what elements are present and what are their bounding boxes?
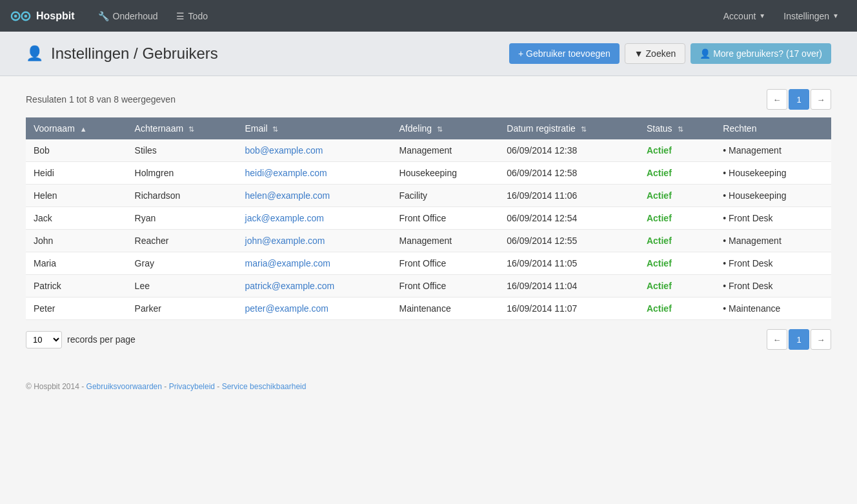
site-footer: © Hospbit 2014 - Gebruiksvoorwaarden - P… (0, 372, 857, 401)
cell-afdeling: Front Office (392, 252, 499, 275)
cell-rechten: • Front Desk (715, 275, 831, 297)
cell-rechten: • Front Desk (715, 252, 831, 275)
cell-afdeling: Management (392, 230, 499, 252)
cell-voornaam: Heidi (26, 162, 127, 185)
cell-datum: 06/09/2014 12:54 (499, 207, 639, 230)
content: Resulaten 1 tot 8 van 8 weergegeven ← 1 … (0, 76, 857, 372)
cell-voornaam: Bob (26, 139, 127, 162)
col-email[interactable]: Email ⇅ (237, 117, 392, 139)
nav-right: Account ▼ Instellingen ▼ (716, 7, 847, 25)
records-control: 102550100 records per page (26, 331, 136, 348)
table-header: Voornaam ▲ Achternaam ⇅ Email ⇅ Afdeling… (26, 117, 831, 139)
cell-status: Actief (639, 297, 715, 320)
cell-achternaam: Lee (127, 275, 237, 297)
cell-email[interactable]: patrick@example.com (237, 275, 392, 297)
table-row[interactable]: John Reacher john@example.com Management… (26, 230, 831, 252)
cell-datum: 16/09/2014 11:04 (499, 275, 639, 297)
instellingen-dropdown[interactable]: Instellingen ▼ (776, 7, 847, 25)
brand[interactable]: Hospbit (10, 9, 75, 23)
search-button[interactable]: ▼ Zoeken (625, 43, 685, 64)
table-row[interactable]: Bob Stiles bob@example.com Management 06… (26, 139, 831, 162)
cell-voornaam: Helen (26, 185, 127, 207)
cell-voornaam: Peter (26, 297, 127, 320)
col-status[interactable]: Status ⇅ (639, 117, 715, 139)
nav-onderhoud[interactable]: 🔧 Onderhoud (90, 7, 166, 25)
footer-sep-2: - (215, 382, 222, 391)
cell-email[interactable]: helen@example.com (237, 185, 392, 207)
prev-page-button[interactable]: ← (767, 89, 787, 110)
table-row[interactable]: Patrick Lee patrick@example.com Front Of… (26, 275, 831, 297)
table-row[interactable]: Jack Ryan jack@example.com Front Office … (26, 207, 831, 230)
cell-achternaam: Parker (127, 297, 237, 320)
cell-datum: 16/09/2014 11:06 (499, 185, 639, 207)
col-voornaam[interactable]: Voornaam ▲ (26, 117, 127, 139)
svg-point-1 (14, 14, 17, 17)
cell-email[interactable]: heidi@example.com (237, 162, 392, 185)
table-row[interactable]: Heidi Holmgren heidi@example.com Houseke… (26, 162, 831, 185)
results-info: Resulaten 1 tot 8 van 8 weergegeven ← 1 … (26, 89, 831, 110)
cell-status: Actief (639, 162, 715, 185)
wrench-icon: 🔧 (98, 11, 109, 21)
cell-rechten: • Housekeeping (715, 162, 831, 185)
cell-achternaam: Stiles (127, 139, 237, 162)
page-header: 👤 Instellingen / Gebruikers + Gebruiker … (0, 32, 857, 76)
cell-voornaam: Patrick (26, 275, 127, 297)
cell-afdeling: Facility (392, 185, 499, 207)
sort-asc-icon: ▲ (80, 125, 87, 133)
cell-status: Actief (639, 230, 715, 252)
cell-afdeling: Maintenance (392, 297, 499, 320)
nav-todo[interactable]: ☰ Todo (168, 7, 216, 25)
footer-link-gebruiksvoorwaarden[interactable]: Gebruiksvoorwaarden (86, 382, 162, 391)
cell-achternaam: Ryan (127, 207, 237, 230)
nav-links: 🔧 Onderhoud ☰ Todo (90, 7, 716, 25)
cell-email[interactable]: maria@example.com (237, 252, 392, 275)
instellingen-caret-icon: ▼ (832, 12, 839, 19)
cell-voornaam: Maria (26, 252, 127, 275)
svg-point-3 (25, 14, 28, 17)
next-page-button[interactable]: → (811, 89, 831, 110)
pagination-top: ← 1 → (767, 89, 831, 110)
cell-achternaam: Gray (127, 252, 237, 275)
col-datum[interactable]: Datum registratie ⇅ (499, 117, 639, 139)
footer-link-service[interactable]: Service beschikbaarheid (222, 382, 307, 391)
cell-email[interactable]: jack@example.com (237, 207, 392, 230)
cell-status: Actief (639, 275, 715, 297)
next-page-button-bottom[interactable]: → (811, 329, 831, 350)
cell-status: Actief (639, 185, 715, 207)
cell-datum: 16/09/2014 11:05 (499, 252, 639, 275)
page-title: 👤 Instellingen / Gebruikers (26, 45, 218, 63)
cell-email[interactable]: john@example.com (237, 230, 392, 252)
col-afdeling[interactable]: Afdeling ⇅ (392, 117, 499, 139)
table-row[interactable]: Helen Richardson helen@example.com Facil… (26, 185, 831, 207)
table-row[interactable]: Peter Parker peter@example.com Maintenan… (26, 297, 831, 320)
list-icon: ☰ (176, 11, 185, 21)
col-rechten: Rechten (715, 117, 831, 139)
table-footer: 102550100 records per page ← 1 → (26, 320, 831, 359)
more-users-button[interactable]: 👤 More gebruikers? (17 over) (691, 43, 831, 64)
cell-afdeling: Front Office (392, 207, 499, 230)
cell-status: Actief (639, 252, 715, 275)
footer-link-privacybeleid[interactable]: Privacybeleid (169, 382, 215, 391)
table-row[interactable]: Maria Gray maria@example.com Front Offic… (26, 252, 831, 275)
table-body: Bob Stiles bob@example.com Management 06… (26, 139, 831, 320)
cell-datum: 16/09/2014 11:07 (499, 297, 639, 320)
footer-sep-1: - (162, 382, 169, 391)
cell-rechten: • Front Desk (715, 207, 831, 230)
page-1-button[interactable]: 1 (789, 89, 809, 110)
cell-email[interactable]: bob@example.com (237, 139, 392, 162)
account-dropdown[interactable]: Account ▼ (716, 7, 774, 25)
cell-rechten: • Housekeeping (715, 185, 831, 207)
cell-achternaam: Richardson (127, 185, 237, 207)
table-header-row: Voornaam ▲ Achternaam ⇅ Email ⇅ Afdeling… (26, 117, 831, 139)
cell-rechten: • Management (715, 230, 831, 252)
col-achternaam[interactable]: Achternaam ⇅ (127, 117, 237, 139)
records-per-page-select[interactable]: 102550100 (26, 331, 62, 348)
page-1-button-bottom[interactable]: 1 (789, 329, 809, 350)
brand-logo-icon (10, 9, 31, 23)
add-user-button[interactable]: + Gebruiker toevoegen (509, 43, 620, 64)
account-caret-icon: ▼ (759, 12, 765, 19)
cell-email[interactable]: peter@example.com (237, 297, 392, 320)
header-actions: + Gebruiker toevoegen ▼ Zoeken 👤 More ge… (509, 43, 831, 64)
prev-page-button-bottom[interactable]: ← (767, 329, 787, 350)
pagination-bottom: ← 1 → (767, 329, 831, 350)
